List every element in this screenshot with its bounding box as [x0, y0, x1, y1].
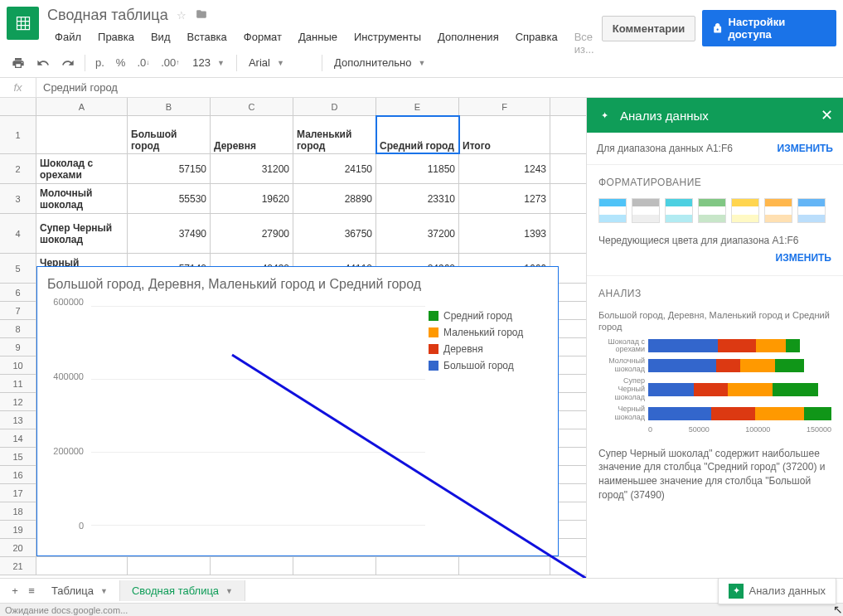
- cell[interactable]: Большой город: [128, 116, 211, 153]
- row-header-7[interactable]: 7: [0, 302, 36, 320]
- currency-button[interactable]: р.: [90, 53, 109, 72]
- cell[interactable]: 27900: [211, 214, 293, 253]
- cell[interactable]: Деревня: [211, 116, 293, 153]
- format-swatch-5[interactable]: [731, 198, 759, 223]
- col-header-F[interactable]: F: [459, 98, 550, 115]
- sheet-tab-2[interactable]: Сводная таблица▼: [120, 580, 245, 601]
- cell[interactable]: 11850: [376, 154, 459, 183]
- close-icon[interactable]: ✕: [821, 106, 833, 124]
- doc-title[interactable]: Сводная таблица: [47, 7, 168, 24]
- col-header-D[interactable]: D: [293, 98, 376, 115]
- cell[interactable]: Маленький город: [293, 116, 376, 153]
- row-header-14[interactable]: 14: [0, 429, 36, 448]
- font-select[interactable]: Arial▼: [242, 53, 317, 72]
- row-header-9[interactable]: 9: [0, 338, 36, 357]
- select-all-corner[interactable]: [0, 98, 36, 115]
- folder-icon[interactable]: [195, 8, 208, 22]
- format-swatch-7[interactable]: [797, 198, 826, 223]
- cell[interactable]: [376, 557, 459, 575]
- cell[interactable]: 19620: [211, 184, 293, 213]
- percent-button[interactable]: %: [111, 53, 131, 72]
- row-header-12[interactable]: 12: [0, 393, 36, 411]
- cell[interactable]: [36, 116, 128, 153]
- cell[interactable]: [211, 557, 293, 575]
- col-header-B[interactable]: B: [128, 98, 211, 115]
- cell[interactable]: 37490: [128, 214, 211, 253]
- row-header-8[interactable]: 8: [0, 320, 36, 338]
- cell[interactable]: Шоколад с орехами: [36, 154, 128, 183]
- format-swatch-2[interactable]: [632, 198, 660, 223]
- format-swatch-3[interactable]: [665, 198, 693, 223]
- row-header-4[interactable]: 4: [0, 214, 36, 254]
- col-header-E[interactable]: E: [376, 98, 459, 115]
- format-swatch-6[interactable]: [764, 198, 792, 223]
- cell[interactable]: 1393: [459, 214, 550, 253]
- cell[interactable]: 23310: [376, 184, 459, 213]
- menu-Дополнения[interactable]: Дополнения: [430, 28, 506, 58]
- cell[interactable]: 36750: [293, 214, 376, 253]
- insight-text: Супер Черный шоколад" содержит наибольше…: [598, 447, 831, 502]
- row-header-19[interactable]: 19: [0, 521, 36, 539]
- row-header-2[interactable]: 2: [0, 154, 36, 184]
- formula-input[interactable]: Средний город: [36, 81, 124, 94]
- add-sheet-button[interactable]: +: [7, 581, 23, 600]
- col-header-A[interactable]: A: [36, 98, 128, 115]
- format-swatch-1[interactable]: [598, 198, 627, 223]
- cell[interactable]: [293, 557, 376, 575]
- row-header-6[interactable]: 6: [0, 284, 36, 302]
- more-toolbar-button[interactable]: Дополнительно▼: [327, 53, 433, 72]
- mini-chart[interactable]: Шоколад с орехамиМолочный шоколадСупер Ч…: [598, 338, 831, 422]
- all-sheets-button[interactable]: ≡: [23, 581, 40, 600]
- cell[interactable]: Молочный шоколад: [36, 184, 128, 213]
- cell[interactable]: 24150: [293, 154, 376, 183]
- fx-icon: fx: [0, 78, 36, 97]
- row-header-16[interactable]: 16: [0, 466, 36, 484]
- cell[interactable]: 55530: [128, 184, 211, 213]
- number-format-select[interactable]: 123▼: [186, 53, 231, 72]
- redo-icon[interactable]: [56, 53, 80, 73]
- legend-item: Деревня: [429, 343, 546, 355]
- cell[interactable]: Итого: [459, 116, 550, 153]
- row-header-10[interactable]: 10: [0, 357, 36, 375]
- explore-button[interactable]: ✦ Анализ данных: [718, 578, 836, 604]
- cell[interactable]: 1273: [459, 184, 550, 213]
- row-header-17[interactable]: 17: [0, 484, 36, 502]
- cell[interactable]: Средний город: [376, 116, 459, 153]
- format-swatch-4[interactable]: [698, 198, 726, 223]
- increase-decimal-button[interactable]: .00↑: [156, 53, 184, 72]
- decrease-decimal-button[interactable]: .0↓: [132, 53, 154, 72]
- cell[interactable]: 37200: [376, 214, 459, 253]
- spreadsheet-grid[interactable]: ABCDEF 123456789101112131415161718192021…: [0, 98, 586, 578]
- print-icon[interactable]: [7, 53, 30, 73]
- cell[interactable]: 57150: [128, 154, 211, 183]
- cell[interactable]: 28890: [293, 184, 376, 213]
- row-header-11[interactable]: 11: [0, 375, 36, 393]
- cell[interactable]: Супер Черный шоколад: [36, 214, 128, 253]
- row-header-18[interactable]: 18: [0, 502, 36, 521]
- col-header-C[interactable]: C: [211, 98, 293, 115]
- sheets-logo[interactable]: [7, 7, 39, 40]
- star-icon[interactable]: ☆: [177, 9, 187, 22]
- cell[interactable]: [36, 557, 128, 575]
- row-header-20[interactable]: 20: [0, 539, 36, 557]
- row-header-5[interactable]: 5: [0, 254, 36, 284]
- change-range-button[interactable]: ИЗМЕНИТЬ: [778, 143, 833, 154]
- row-header-13[interactable]: 13: [0, 411, 36, 429]
- row-header-15[interactable]: 15: [0, 448, 36, 466]
- cell[interactable]: 31200: [211, 154, 293, 183]
- change-formatting-button[interactable]: ИЗМЕНИТЬ: [776, 252, 831, 264]
- sheet-tab-1[interactable]: Таблица▼: [40, 580, 120, 601]
- menu-Справка[interactable]: Справка: [508, 28, 565, 58]
- cursor-icon: ↖: [833, 603, 843, 616]
- embedded-chart[interactable]: Большой город, Деревня, Маленький город …: [36, 266, 559, 556]
- row-header-21[interactable]: 21: [0, 557, 36, 575]
- row-header-3[interactable]: 3: [0, 184, 36, 214]
- cell[interactable]: 1243: [459, 154, 550, 183]
- range-label: Для диапазона данных A1:F6: [597, 143, 733, 154]
- cell[interactable]: [459, 557, 550, 575]
- share-button[interactable]: Настройки доступа: [702, 10, 836, 46]
- row-header-1[interactable]: 1: [0, 116, 36, 154]
- comments-button[interactable]: Комментарии: [602, 16, 696, 41]
- undo-icon[interactable]: [31, 53, 55, 73]
- cell[interactable]: [128, 557, 211, 575]
